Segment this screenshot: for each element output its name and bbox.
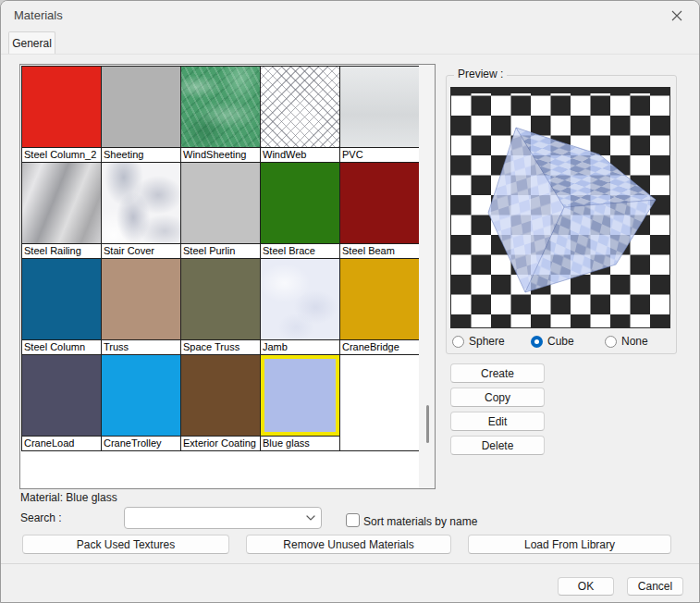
window-title: Materials <box>14 8 63 22</box>
material-name: Steel Beam <box>340 243 419 257</box>
material-name: Blue glass <box>261 436 339 449</box>
load-from-library-button[interactable]: Load From Library <box>468 535 671 554</box>
material-swatch <box>102 67 180 147</box>
materials-scrollbar[interactable] <box>419 65 435 488</box>
radio-cube[interactable]: Cube <box>531 335 605 348</box>
materials-list: Steel Column_2SheetingWindSheetingWindWe… <box>19 64 436 489</box>
scrollbar-thumb[interactable] <box>426 405 429 443</box>
material-swatch <box>102 163 180 243</box>
ok-button[interactable]: OK <box>558 577 614 596</box>
material-name: Steel Purlin <box>181 243 260 257</box>
material-swatch <box>261 355 339 436</box>
material-cell[interactable]: Space Truss <box>181 259 260 354</box>
close-button[interactable] <box>662 5 692 27</box>
material-preview <box>450 87 670 328</box>
pack-used-textures-label: Pack Used Textures <box>77 538 176 551</box>
material-name: Jamb <box>261 339 339 353</box>
tab-general-label: General <box>12 37 52 50</box>
preview-shape-options: Sphere Cube None <box>450 335 672 348</box>
chevron-down-icon <box>301 515 321 521</box>
material-cell[interactable]: WindWeb <box>261 67 339 162</box>
sort-checkbox-label: Sort materials by name <box>363 515 477 528</box>
material-cell[interactable]: Steel Railing <box>22 163 101 258</box>
copy-button-label: Copy <box>485 391 510 404</box>
create-button-label: Create <box>481 367 514 380</box>
material-cell[interactable]: CraneBridge <box>340 259 419 354</box>
material-name: PVC <box>340 147 419 161</box>
material-swatch <box>22 67 101 147</box>
material-cell[interactable]: CraneTrolley <box>102 355 180 450</box>
load-from-library-label: Load From Library <box>524 538 615 551</box>
radio-none-label: None <box>621 335 648 348</box>
material-cell[interactable]: CraneLoad <box>22 355 101 450</box>
preview-group-label: Preview : <box>454 68 507 80</box>
close-icon <box>671 10 682 21</box>
edit-button-label: Edit <box>488 415 508 428</box>
radio-cube-label: Cube <box>547 335 574 348</box>
material-name: Steel Column_2 <box>22 147 101 161</box>
material-name: Stair Cover <box>102 243 180 257</box>
material-name: Steel Railing <box>22 243 101 257</box>
material-swatch <box>22 355 101 436</box>
material-cell[interactable]: Exterior Coating <box>181 355 260 450</box>
ok-button-label: OK <box>578 580 594 593</box>
delete-button[interactable]: Delete <box>450 436 545 455</box>
material-cell[interactable]: Steel Purlin <box>181 163 260 258</box>
copy-button[interactable]: Copy <box>450 388 545 407</box>
materials-dialog: Materials General Steel Column_2Sheeting… <box>0 0 700 603</box>
preview-render <box>451 88 669 327</box>
material-cell[interactable]: Stair Cover <box>102 163 180 258</box>
sort-checkbox[interactable] <box>346 513 360 527</box>
material-name: Steel Column <box>22 339 101 353</box>
remove-unused-materials-button[interactable]: Remove Unused Materials <box>246 535 451 554</box>
material-swatch <box>261 67 339 147</box>
material-cell[interactable]: PVC <box>340 67 419 162</box>
material-swatch <box>22 163 101 243</box>
material-cell[interactable]: WindSheeting <box>181 67 260 162</box>
material-cell[interactable]: Steel Column <box>22 259 101 354</box>
material-swatch <box>181 259 260 339</box>
edit-button[interactable]: Edit <box>450 412 545 431</box>
material-name: Exterior Coating <box>181 436 260 449</box>
materials-grid: Steel Column_2SheetingWindSheetingWindWe… <box>21 66 420 451</box>
material-cell[interactable]: Sheeting <box>102 67 180 162</box>
search-label: Search : <box>20 511 62 524</box>
material-cell[interactable] <box>340 355 419 450</box>
material-cell[interactable]: Steel Column_2 <box>22 67 101 162</box>
material-swatch <box>261 163 339 243</box>
material-swatch <box>340 67 419 147</box>
delete-button-label: Delete <box>482 439 514 452</box>
material-swatch <box>102 355 180 436</box>
material-swatch <box>181 355 260 436</box>
material-name: Truss <box>102 339 180 353</box>
cancel-button[interactable]: Cancel <box>627 577 683 596</box>
material-name: CraneTrolley <box>102 436 180 449</box>
material-cell[interactable]: Blue glass <box>261 355 339 450</box>
tab-strip-divider <box>1 54 699 55</box>
tab-general[interactable]: General <box>8 31 55 55</box>
material-name: Sheeting <box>102 147 180 161</box>
radio-cube-icon <box>531 336 543 348</box>
material-name: WindSheeting <box>181 147 260 161</box>
title-bar: Materials <box>1 1 699 29</box>
material-cell[interactable]: Steel Brace <box>261 163 339 258</box>
search-combobox[interactable] <box>124 507 322 529</box>
material-cell[interactable]: Jamb <box>261 259 339 354</box>
material-name: WindWeb <box>261 147 339 161</box>
radio-sphere-label: Sphere <box>469 335 505 348</box>
radio-sphere[interactable]: Sphere <box>452 335 531 348</box>
radio-none[interactable]: None <box>605 335 648 348</box>
material-cell[interactable]: Truss <box>102 259 180 354</box>
cancel-button-label: Cancel <box>638 580 672 593</box>
footer-divider <box>1 563 699 564</box>
material-swatch <box>181 67 260 147</box>
material-name: Steel Brace <box>261 243 339 257</box>
create-button[interactable]: Create <box>450 363 545 383</box>
material-cell[interactable]: Steel Beam <box>340 163 419 258</box>
material-name: Space Truss <box>181 339 260 353</box>
selected-material-label: Material: Blue glass <box>20 491 117 504</box>
material-swatch <box>22 259 101 339</box>
pack-used-textures-button[interactable]: Pack Used Textures <box>22 535 229 554</box>
material-name: CraneLoad <box>22 436 101 449</box>
material-name: CraneBridge <box>340 339 419 353</box>
